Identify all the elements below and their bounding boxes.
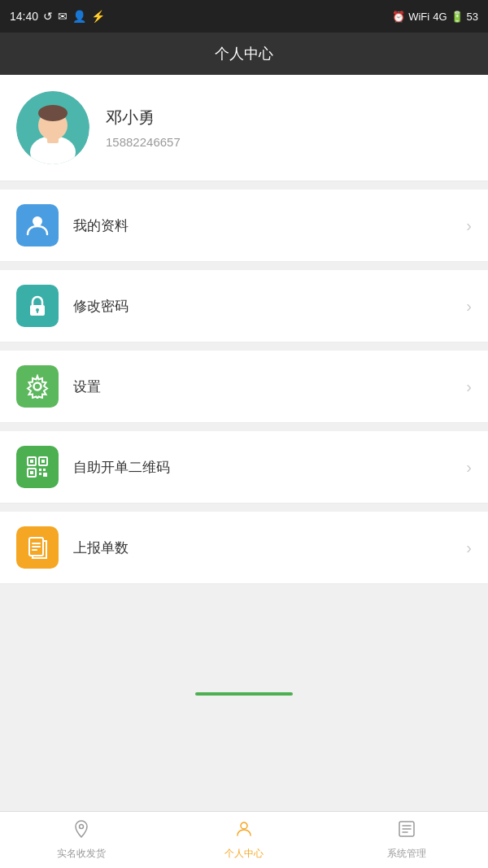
settings-icon-bg <box>16 365 59 408</box>
svg-rect-19 <box>43 473 47 477</box>
lock-icon <box>25 294 50 318</box>
chevron-icon: › <box>466 297 472 316</box>
svg-point-25 <box>241 822 247 829</box>
profile-info: 邓小勇 15882246657 <box>106 107 181 149</box>
svg-point-5 <box>33 216 42 226</box>
svg-rect-11 <box>30 460 33 463</box>
status-left: 14:40 ↺ ✉ 👤 ⚡ <box>10 10 105 23</box>
qr-code-label: 自助开单二维码 <box>73 458 466 477</box>
menu-item-settings[interactable]: 设置 › <box>0 351 488 423</box>
wifi-icon: WiFi <box>408 11 429 23</box>
progress-bar-container <box>0 682 488 706</box>
report-count-label: 上报单数 <box>73 539 466 557</box>
section-divider-4 <box>0 423 488 431</box>
menu-item-change-password[interactable]: 修改密码 › <box>0 270 488 342</box>
svg-rect-17 <box>43 469 46 471</box>
list-icon <box>397 819 416 844</box>
my-profile-icon-bg <box>16 204 59 246</box>
gear-icon <box>25 374 50 399</box>
mail-icon: ✉ <box>58 10 68 23</box>
nav-item-shipping[interactable]: 实名收发货 <box>0 812 163 868</box>
svg-point-9 <box>34 383 41 390</box>
profile-name: 邓小勇 <box>106 107 181 129</box>
page-title: 个人中心 <box>215 46 273 62</box>
profile-section: 邓小勇 15882246657 <box>0 75 488 181</box>
menu-list: 我的资料 › 修改密码 › <box>0 190 488 584</box>
battery-icon: 🔋 <box>451 11 464 23</box>
menu-item-report-count[interactable]: 上报单数 › <box>0 512 488 584</box>
location-icon <box>72 819 91 844</box>
svg-rect-13 <box>41 460 45 463</box>
report-count-icon-bg <box>16 526 59 569</box>
nav-shipping-label: 实名收发货 <box>57 847 106 861</box>
nav-item-personal[interactable]: 个人中心 <box>163 812 325 868</box>
signal-icon: 4G <box>433 11 447 23</box>
menu-item-my-profile[interactable]: 我的资料 › <box>0 190 488 262</box>
avatar <box>16 91 89 164</box>
refresh-icon: ↺ <box>43 10 53 23</box>
progress-bar <box>195 692 293 696</box>
menu-item-qr-code[interactable]: 自助开单二维码 › <box>0 431 488 504</box>
nav-item-system[interactable]: 系统管理 <box>325 812 488 868</box>
chevron-icon: › <box>466 458 472 477</box>
svg-rect-15 <box>30 471 33 474</box>
svg-rect-16 <box>39 469 41 471</box>
bottom-nav: 实名收发货 个人中心 系统管理 <box>0 811 488 868</box>
section-divider-1 <box>0 181 488 190</box>
status-bar: 14:40 ↺ ✉ 👤 ⚡ ⏰ WiFi 4G 🔋 53 <box>0 0 488 33</box>
settings-label: 设置 <box>73 377 466 396</box>
chevron-icon: › <box>466 377 472 396</box>
empty-space <box>0 584 488 682</box>
title-bar: 个人中心 <box>0 33 488 75</box>
document-icon <box>25 535 50 560</box>
svg-point-4 <box>38 105 68 121</box>
svg-rect-18 <box>39 473 41 475</box>
my-profile-label: 我的资料 <box>73 216 466 235</box>
nav-personal-label: 个人中心 <box>224 847 264 861</box>
qr-code-icon-bg <box>16 446 59 488</box>
chevron-icon: › <box>466 216 472 235</box>
svg-point-24 <box>80 825 84 829</box>
person-nav-icon <box>234 819 254 844</box>
usb-icon: ⚡ <box>91 10 105 23</box>
qr-icon <box>25 455 50 479</box>
svg-rect-8 <box>37 310 38 313</box>
section-divider-2 <box>0 262 488 270</box>
battery-level: 53 <box>467 11 478 23</box>
change-password-icon-bg <box>16 285 59 327</box>
person-icon <box>25 213 50 238</box>
change-password-label: 修改密码 <box>73 297 466 316</box>
nav-system-label: 系统管理 <box>387 847 426 861</box>
section-divider-3 <box>0 342 488 351</box>
profile-phone: 15882246657 <box>106 135 181 149</box>
alarm-icon: ⏰ <box>392 11 405 23</box>
time: 14:40 <box>10 10 38 23</box>
section-divider-5 <box>0 504 488 512</box>
person-icon: 👤 <box>72 10 86 23</box>
chevron-icon: › <box>466 539 472 557</box>
status-right: ⏰ WiFi 4G 🔋 53 <box>392 11 478 23</box>
